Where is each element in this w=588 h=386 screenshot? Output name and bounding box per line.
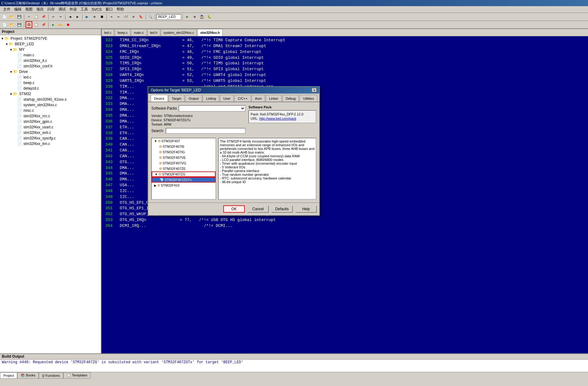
tree-item[interactable]: ▼📁 MY — [1, 47, 100, 52]
device-tree-item[interactable]: ▶⚙STM32F410 — [152, 183, 216, 188]
build-btn[interactable]: ▶ — [84, 14, 90, 20]
tree-item[interactable]: 📄 misc.c — [1, 108, 100, 113]
help-button[interactable]: Help — [295, 205, 317, 213]
options-target-btn[interactable]: ⚙ — [26, 21, 32, 28]
device-tree-item[interactable]: ⚙STM32F407IG — [152, 149, 216, 155]
tree-item[interactable]: 📄 stm32f4xx_rcc.c — [1, 113, 100, 119]
bookmark-btn[interactable]: 🔖 — [137, 14, 144, 20]
paste-btn[interactable]: 📌 — [40, 14, 47, 20]
save2-btn[interactable]: 💾 — [16, 21, 23, 28]
tree-item[interactable]: 📄 system_stm32f4xx.c — [1, 102, 100, 108]
tree-item[interactable]: 📄 beep.c — [1, 80, 100, 86]
dialog-tab-device[interactable]: Device — [151, 95, 168, 102]
run-btn[interactable]: ▶ — [184, 14, 191, 20]
dialog-tab-listing[interactable]: Listing — [203, 95, 219, 102]
bottom-tab-functions[interactable]: {} Functions — [39, 372, 63, 379]
debug-btn[interactable]: 🐛 — [206, 14, 213, 20]
menubar-item-SVCS[interactable]: SVCS — [90, 7, 104, 12]
menubar-item-工具[interactable]: 工具 — [79, 6, 90, 13]
tree-item[interactable]: ▼📁 Project: STM32F07VE — [1, 36, 100, 41]
new2-btn[interactable]: 📄 — [1, 21, 8, 28]
options2-btn[interactable]: 📋 — [33, 21, 40, 28]
tab-mainc[interactable]: main.c — [131, 29, 146, 36]
software-packs-select[interactable] — [179, 105, 245, 111]
dialog-tab-cc++[interactable]: C/C++ — [234, 95, 251, 102]
tree-item[interactable]: 📄 led.c — [1, 74, 100, 80]
menubar-item-调试[interactable]: 调试 — [57, 6, 68, 13]
redo-btn[interactable]: ↪ — [57, 14, 64, 20]
url-value[interactable]: http://www.keil.com/pack — [259, 117, 296, 120]
tree-item[interactable]: 📄 stm32f4xx_it.c — [1, 58, 100, 63]
dialog-tab-user[interactable]: User — [220, 95, 234, 102]
device-tree-panel[interactable]: ▼⚙STM32F407 ⚙STM32F407IE ⚙STM32F407IG ⚙S… — [151, 138, 216, 199]
ok-button[interactable]: OK — [223, 205, 245, 213]
open2-btn[interactable]: 📂 — [9, 21, 15, 28]
tab-stm32f4xxh[interactable]: stm32f4xx.h — [197, 29, 223, 36]
options-dialog[interactable]: Options for Target 'BEEP_LED' ✕ DeviceTa… — [148, 86, 320, 216]
dialog-tab-output[interactable]: Output — [185, 95, 202, 102]
device-tree-item[interactable]: ⚙STM32F407VE — [152, 155, 216, 160]
tree-item[interactable]: ▼📁 Drive — [1, 69, 100, 74]
menubar-item-编辑[interactable]: 编辑 — [12, 6, 23, 13]
tree-item[interactable]: 📄 stm32f4xx_tim.c — [1, 141, 100, 147]
menubar-item-闪存[interactable]: 闪存 — [46, 6, 57, 13]
open-btn[interactable]: 📂 — [9, 14, 15, 20]
copy-btn[interactable]: 📋 — [33, 14, 40, 20]
dialog-close-button[interactable]: ✕ — [312, 88, 317, 92]
tree-item[interactable]: 📄 startup_stm32f40_41xxx.s — [1, 97, 100, 102]
tree-item[interactable]: 📄 stm32f4xx_syscfg.c — [1, 135, 100, 141]
tab-ledh[interactable]: led.h — [147, 29, 160, 36]
tab-ledc[interactable]: led.c — [101, 29, 114, 36]
menubar-item-窗口[interactable]: 窗口 — [104, 6, 115, 13]
new-btn[interactable]: 📄 — [1, 14, 8, 20]
pin-btn[interactable]: 📌 — [40, 21, 47, 28]
device-tree-item[interactable]: ▼⚙STM32F407ZG — [152, 171, 216, 177]
bottom-tab-project[interactable]: Project — [0, 372, 17, 379]
stop-btn[interactable]: ⏹ — [98, 14, 105, 20]
dialog-tab-target[interactable]: Target — [169, 95, 185, 102]
tab-system_stm32f4xxc[interactable]: system_stm32f4xx.c — [161, 29, 197, 36]
tree-item[interactable]: 📄 stm32f4xx_exti.c — [1, 130, 100, 135]
search-input[interactable] — [166, 128, 245, 134]
dialog-tab-linker[interactable]: Linker — [266, 95, 282, 102]
tab-beepc[interactable]: beep.c — [115, 29, 130, 36]
tree-item[interactable]: 📄 stm32f4xx_usart.c — [1, 124, 100, 130]
comment-btn[interactable]: // — [123, 14, 129, 20]
cut-btn[interactable]: ✂ — [26, 14, 32, 20]
tree-item[interactable]: ▼📁 BEEP_LED — [1, 41, 100, 47]
defaults-button[interactable]: Defaults — [271, 205, 293, 213]
run2-btn[interactable]: ▶ — [50, 21, 57, 28]
tree-item[interactable]: ▼📁 STM32 — [1, 91, 100, 97]
wizard-btn[interactable]: 🧙 — [199, 14, 205, 20]
indent-btn[interactable]: ⇥ — [108, 14, 115, 20]
device-tree-item[interactable]: 💎STM32F407ZGTx — [152, 177, 216, 183]
device-tree-item[interactable]: ▼⚙STM32F407 — [152, 138, 216, 144]
outdent-btn[interactable]: ⇤ — [115, 14, 122, 20]
back-btn[interactable]: ◀ — [67, 14, 74, 20]
run4-btn[interactable]: ⏹ — [65, 21, 71, 28]
menubar-item-外设[interactable]: 外设 — [68, 6, 79, 13]
tree-item[interactable]: 📄 stm32f4xx_conf.h — [1, 63, 100, 69]
run3-btn[interactable]: ▶▶ — [57, 21, 64, 28]
undo-btn[interactable]: ↩ — [50, 14, 57, 20]
tree-item[interactable]: 📄 delayzd.c — [1, 86, 100, 91]
bottom-tab-templates[interactable]: 📋 Templates — [63, 372, 91, 379]
device-tree-item[interactable]: ⚙STM32F407IE — [152, 144, 216, 149]
cancel-button[interactable]: Cancel — [247, 205, 269, 213]
menubar-item-视图[interactable]: 视图 — [23, 6, 34, 13]
bottom-tab-books[interactable]: 📚 Books — [17, 372, 39, 379]
settings-btn[interactable]: ⚙ — [191, 14, 198, 20]
rebuild-btn[interactable]: ⚙ — [91, 14, 98, 20]
project-tree[interactable]: ▼📁 Project: STM32F07VE▼📁 BEEP_LED▼📁 MY 📄… — [0, 35, 101, 353]
device-tree-item[interactable]: ⚙STM32F407ZE — [152, 166, 216, 171]
dialog-tab-utilities[interactable]: Utilities — [300, 95, 317, 102]
tree-item[interactable]: 📄 stm32f4xx_gpio.c — [1, 119, 100, 124]
device-tree-item[interactable]: ⚙STM32F407VG — [152, 160, 216, 166]
uncomment-btn[interactable]: # — [130, 14, 137, 20]
dialog-tab-asm[interactable]: Asm — [252, 95, 265, 102]
menubar-item-文件[interactable]: 文件 — [1, 6, 12, 13]
menubar-item-帮助[interactable]: 帮助 — [115, 6, 126, 13]
fwd-btn[interactable]: ▶ — [74, 14, 81, 20]
tree-item[interactable]: 📄 main.c — [1, 52, 100, 58]
search-btn[interactable]: 🔍 — [147, 14, 154, 20]
